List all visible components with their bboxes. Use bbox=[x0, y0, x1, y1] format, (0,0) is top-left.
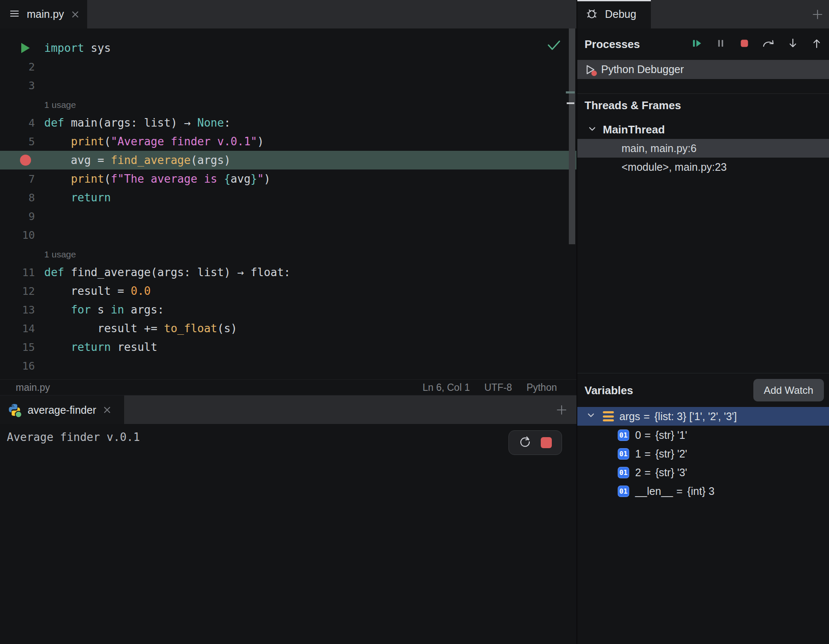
close-icon[interactable] bbox=[103, 406, 111, 414]
variable-row[interactable]: 010={str} '1' bbox=[577, 426, 829, 444]
run-line-icon[interactable] bbox=[21, 43, 30, 53]
add-tab-icon[interactable] bbox=[555, 404, 568, 418]
tab-debug[interactable]: Debug bbox=[577, 0, 651, 28]
editor-gutter[interactable]: 4 bbox=[0, 117, 39, 129]
editor-gutter[interactable]: 7 bbox=[0, 173, 39, 185]
editor-gutter[interactable]: 11 bbox=[0, 266, 39, 279]
code-text: return result bbox=[39, 341, 157, 353]
scrollbar-caret-mark bbox=[567, 102, 574, 104]
usage-hint-label[interactable]: 1 usage bbox=[44, 249, 76, 259]
frame-row[interactable]: main, main.py:6 bbox=[577, 139, 829, 158]
add-tab-icon[interactable] bbox=[811, 8, 824, 23]
usage-hint: 1 usage bbox=[39, 247, 76, 260]
section-separator bbox=[577, 93, 829, 94]
step-into-icon[interactable] bbox=[786, 37, 799, 51]
line-number: 11 bbox=[22, 266, 35, 279]
usage-hint-row: 1 usage bbox=[0, 95, 576, 113]
editor-gutter[interactable]: 14 bbox=[0, 322, 39, 335]
chevron-down-icon[interactable] bbox=[587, 123, 598, 136]
stop-icon[interactable] bbox=[541, 437, 552, 448]
step-out-icon[interactable] bbox=[810, 37, 823, 51]
tab-main-py[interactable]: main.py bbox=[0, 0, 87, 28]
process-python-debugger[interactable]: Python Debugger bbox=[577, 60, 829, 79]
code-text: return bbox=[39, 191, 111, 204]
code-editor[interactable]: import sys231 usage4def main(args: list)… bbox=[0, 28, 576, 379]
editor-scrollbar[interactable] bbox=[569, 28, 575, 244]
status-file-name[interactable]: main.py bbox=[16, 382, 50, 393]
editor-gutter[interactable]: 3 bbox=[0, 79, 39, 92]
run-console[interactable]: Average finder v.0.1 bbox=[0, 424, 576, 644]
code-row: 5 print("Average finder v.0.1") bbox=[0, 132, 576, 151]
editor-gutter[interactable]: 10 bbox=[0, 229, 39, 241]
breakpoint-dot[interactable] bbox=[20, 155, 31, 166]
editor-gutter[interactable]: 12 bbox=[0, 285, 39, 297]
editor-gutter[interactable]: 5 bbox=[0, 136, 39, 148]
running-indicator-dot bbox=[15, 411, 22, 418]
editor-gutter[interactable]: 15 bbox=[0, 341, 39, 353]
variable-row[interactable]: 01__len__={int} 3 bbox=[577, 482, 829, 500]
code-row: 14 result += to_float(s) bbox=[0, 319, 576, 338]
processes-header: Processes bbox=[585, 38, 640, 51]
primitive-type-icon: 01 bbox=[618, 429, 629, 441]
line-number: 5 bbox=[28, 136, 35, 148]
console-tabbar: average-finder bbox=[0, 395, 576, 424]
code-text: for s in args: bbox=[39, 303, 164, 316]
usage-hint-row: 1 usage bbox=[0, 244, 576, 263]
line-number: 7 bbox=[28, 173, 35, 185]
debug-bug-icon bbox=[585, 7, 599, 22]
processes-header-row: Processes bbox=[577, 36, 829, 53]
ide-window: main.py import sys231 usage4def main(arg… bbox=[0, 0, 829, 644]
status-items: Ln 6, Col 1UTF-8Python bbox=[423, 382, 557, 393]
close-icon[interactable] bbox=[71, 10, 79, 19]
variable-row[interactable]: 012={str} '3' bbox=[577, 463, 829, 482]
variable-row[interactable]: 011={str} '2' bbox=[577, 444, 829, 463]
editor-gutter[interactable]: 8 bbox=[0, 192, 39, 204]
line-number: 13 bbox=[22, 304, 35, 316]
resume-icon[interactable] bbox=[690, 37, 703, 51]
code-row: avg = find_average(args) bbox=[0, 151, 576, 169]
usage-hint-label[interactable]: 1 usage bbox=[44, 100, 76, 110]
code-row: 2 bbox=[0, 57, 576, 76]
scrollbar-execution-mark bbox=[566, 91, 575, 93]
rerun-icon[interactable] bbox=[519, 435, 531, 450]
console-output: Average finder v.0.1 bbox=[7, 431, 140, 443]
editor-gutter[interactable]: 13 bbox=[0, 304, 39, 316]
chevron-down-icon[interactable] bbox=[585, 410, 596, 423]
variable-name: 0 bbox=[635, 429, 641, 441]
editor-gutter[interactable]: 16 bbox=[0, 360, 39, 372]
code-text: def main(args: list) → None: bbox=[39, 116, 230, 129]
editor-gutter[interactable]: 2 bbox=[0, 61, 39, 73]
code-row: 11def find_average(args: list) → float: bbox=[0, 263, 576, 282]
code-row: 10 bbox=[0, 226, 576, 244]
inspections-ok-check-icon[interactable] bbox=[547, 39, 561, 54]
variable-row-args[interactable]: args = {list: 3} ['1', '2', '3'] bbox=[577, 407, 829, 426]
frame-row[interactable]: <module>, main.py:23 bbox=[577, 158, 829, 176]
thread-mainthread[interactable]: MainThread bbox=[577, 120, 829, 139]
threads-frames-header: Threads & Frames bbox=[585, 99, 681, 112]
step-over-icon[interactable] bbox=[762, 37, 775, 51]
variable-value: {str} '3' bbox=[656, 466, 687, 479]
status-item[interactable]: Ln 6, Col 1 bbox=[423, 382, 470, 393]
variable-eq: = bbox=[644, 410, 650, 423]
editor-pane: main.py import sys231 usage4def main(arg… bbox=[0, 0, 576, 644]
variables-header: Variables bbox=[585, 384, 633, 397]
pause-icon[interactable] bbox=[714, 37, 727, 51]
add-watch-button[interactable]: Add Watch bbox=[753, 379, 824, 401]
hamburger-menu-icon[interactable] bbox=[9, 8, 20, 21]
tab-average-finder[interactable]: average-finder bbox=[0, 395, 124, 424]
variable-name: 2 bbox=[635, 466, 641, 479]
variables-header-row: Variables Add Watch bbox=[577, 377, 829, 404]
variable-eq: = bbox=[644, 429, 651, 441]
variable-value: {str} '2' bbox=[656, 448, 687, 460]
status-item[interactable]: Python bbox=[526, 382, 557, 393]
primitive-type-icon: 01 bbox=[618, 448, 629, 460]
code-row: 7 print(f"The average is {avg}") bbox=[0, 169, 576, 188]
editor-gutter[interactable] bbox=[0, 43, 39, 53]
status-item[interactable]: UTF-8 bbox=[484, 382, 512, 393]
stop-icon[interactable] bbox=[738, 37, 751, 51]
editor-gutter[interactable] bbox=[0, 155, 39, 166]
variable-value: {str} '1' bbox=[656, 429, 687, 441]
code-row: 3 bbox=[0, 76, 576, 95]
code-row: 15 return result bbox=[0, 338, 576, 356]
editor-gutter[interactable]: 9 bbox=[0, 210, 39, 223]
